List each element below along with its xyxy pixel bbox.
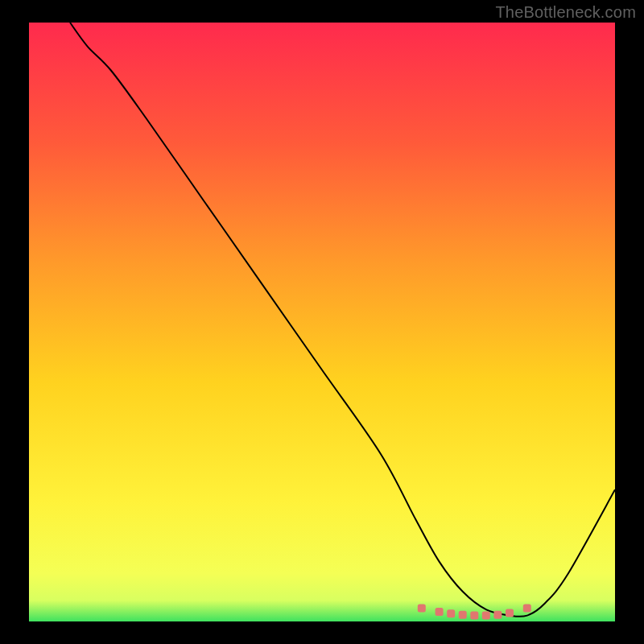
marker-dot (418, 605, 426, 613)
marker-dot (482, 612, 490, 620)
marker-dot (523, 605, 531, 613)
plot-background (29, 23, 615, 621)
marker-dot (447, 609, 455, 617)
marker-dot (470, 612, 478, 620)
bottleneck-chart (0, 0, 644, 644)
chart-container: TheBottleneck.com (0, 0, 644, 644)
marker-dot (436, 608, 444, 616)
marker-dot (506, 609, 514, 617)
watermark-text: TheBottleneck.com (495, 3, 636, 22)
marker-dot (459, 611, 467, 619)
marker-dot (493, 611, 502, 619)
